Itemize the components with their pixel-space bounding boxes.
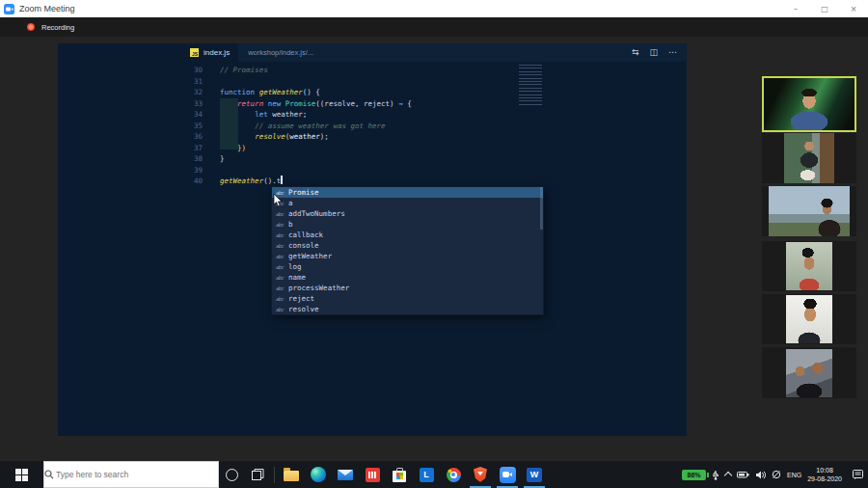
chevron-up-icon — [724, 472, 732, 479]
taskbar-app-word[interactable]: W — [521, 461, 548, 488]
system-tray: 86% ENG 10:08 29-08-2020 — [682, 466, 868, 483]
participant-photo — [784, 133, 834, 183]
suggestion-console[interactable]: abcconsole — [272, 240, 543, 251]
red-bars-app-icon — [366, 468, 380, 482]
suggest-list: abcPromiseabcaabcaddTwoNumbersabcbabccal… — [272, 187, 543, 314]
suggestion-processWeather[interactable]: abcprocessWeather — [272, 283, 543, 293]
windows-logo-icon — [15, 469, 28, 481]
word-suggestion-icon: abc — [276, 254, 288, 259]
taskbar-separator — [274, 467, 275, 483]
suggestion-resolve[interactable]: abcresolve — [272, 304, 543, 314]
word-suggestion-icon: abc — [276, 211, 288, 217]
suggestion-getWeather[interactable]: abcgetWeather — [272, 251, 543, 261]
suggestion-label: processWeather — [288, 284, 349, 292]
participant-photo — [769, 186, 850, 236]
battery-icon[interactable] — [737, 471, 749, 478]
clock[interactable]: 10:08 29-08-2020 — [807, 466, 842, 483]
word-suggestion-icon: abc — [276, 307, 288, 312]
mail-icon — [338, 470, 353, 480]
zoom-icon — [500, 467, 516, 483]
participant-video-6[interactable] — [762, 347, 856, 398]
edge-icon — [311, 467, 326, 482]
zoom-app-icon — [4, 4, 14, 14]
taskbar-app-file-explorer[interactable] — [278, 461, 305, 488]
autocomplete-widget: abcPromiseabcaabcaddTwoNumbersabcbabccal… — [271, 186, 544, 315]
window-title: Zoom Meeting — [19, 4, 75, 14]
word-suggestion-icon: abc — [276, 264, 288, 270]
zoom-meeting-window: Zoom Meeting – □ × Recording JS index.js… — [0, 0, 868, 488]
taskbar-app-edge[interactable] — [305, 461, 332, 488]
microsoft-store-icon — [393, 471, 406, 482]
suggestion-Promise[interactable]: abcPromise — [272, 187, 543, 198]
taskbar-app-mail[interactable] — [332, 461, 359, 488]
word-suggestion-icon: abc — [276, 285, 288, 291]
taskbar-apps: LW — [278, 461, 548, 488]
file-explorer-icon — [284, 471, 299, 481]
participant-video-1[interactable] — [762, 76, 856, 132]
window-title-bar: Zoom Meeting – □ × — [0, 0, 868, 17]
maximize-button[interactable]: □ — [810, 0, 839, 17]
suggestion-log[interactable]: abclog — [272, 261, 543, 272]
clock-date: 29-08-2020 — [807, 474, 842, 483]
volume-icon[interactable] — [755, 471, 766, 479]
suggestion-label: Promise — [288, 188, 319, 197]
suggestion-label: callback — [288, 230, 323, 239]
suggestion-reject[interactable]: abcreject — [272, 293, 543, 304]
word-icon: W — [527, 468, 542, 482]
suggestion-b[interactable]: abcb — [272, 219, 543, 230]
l-app-icon: L — [420, 468, 434, 482]
taskbar-app-chrome[interactable] — [440, 461, 467, 488]
clock-time: 10:08 — [807, 466, 842, 474]
network-icon[interactable] — [772, 470, 781, 479]
cortana-button[interactable] — [219, 461, 245, 488]
participant-video-3[interactable] — [762, 186, 856, 236]
suggestion-a[interactable]: abca — [272, 198, 543, 208]
chrome-icon — [447, 468, 461, 482]
taskbar-app-l-app[interactable]: L — [413, 461, 440, 488]
search-icon — [44, 470, 54, 479]
suggestion-label: b — [288, 220, 293, 229]
recording-status: Recording — [41, 23, 74, 32]
participant-photo — [764, 78, 854, 130]
suggestion-callback[interactable]: abccallback — [272, 230, 543, 240]
taskbar-app-microsoft-store[interactable] — [386, 461, 413, 488]
taskbar-search[interactable] — [43, 461, 219, 488]
hidden-icons-chevron[interactable] — [725, 471, 731, 478]
word-suggestion-icon: abc — [276, 232, 288, 238]
participant-video-5[interactable] — [762, 294, 856, 344]
participant-photo — [786, 295, 832, 343]
mouse-cursor-icon — [273, 194, 283, 211]
language-indicator[interactable]: ENG — [787, 472, 801, 478]
start-button[interactable] — [0, 461, 43, 488]
suggestion-label: resolve — [288, 305, 319, 313]
minimize-button[interactable]: – — [781, 0, 810, 17]
usb-icon[interactable] — [712, 470, 719, 480]
suggestion-label: getWeather — [288, 252, 332, 260]
recording-icon — [27, 23, 35, 31]
brave-icon — [474, 467, 487, 482]
participant-video-2[interactable] — [762, 133, 856, 183]
suggestion-label: reject — [288, 294, 314, 303]
participant-video-4[interactable] — [762, 241, 856, 291]
participant-photo — [786, 349, 832, 397]
search-input[interactable] — [54, 469, 188, 480]
close-button[interactable]: × — [839, 0, 868, 17]
word-suggestion-icon: abc — [276, 296, 288, 302]
suggest-scrollbar[interactable] — [540, 187, 543, 230]
suggestion-label: addTwoNumbers — [288, 209, 345, 218]
word-suggestion-icon: abc — [276, 243, 288, 249]
word-suggestion-icon: abc — [276, 222, 288, 228]
taskbar-app-brave[interactable] — [467, 461, 494, 488]
meeting-stage: JS index.js workshop/index.js/... ⇆ ◫ ⋯ … — [0, 37, 868, 461]
battery-widget[interactable]: 86% — [682, 470, 706, 480]
taskbar-app-red-bars-app[interactable] — [359, 461, 386, 488]
suggestion-name[interactable]: abcname — [272, 272, 543, 283]
action-center-button[interactable] — [853, 470, 863, 479]
task-view-button[interactable] — [245, 461, 271, 488]
suggestion-label: log — [288, 262, 302, 271]
windows-taskbar: LW 86% ENG 10:08 29-08-2020 — [0, 461, 868, 488]
suggestion-addTwoNumbers[interactable]: abcaddTwoNumbers — [272, 208, 543, 219]
taskbar-app-zoom[interactable] — [494, 461, 521, 488]
suggestion-label: name — [288, 273, 306, 282]
suggestion-label: a — [288, 199, 293, 207]
